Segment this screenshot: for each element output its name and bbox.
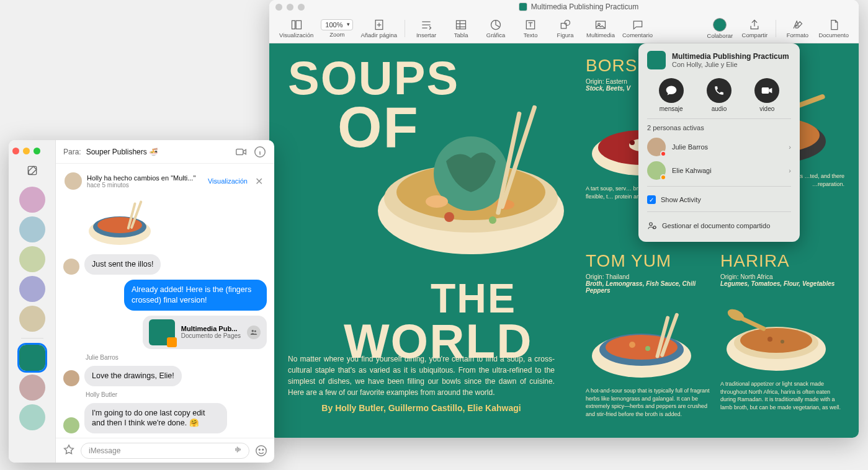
tomyum-illustration [586,300,697,381]
zoom-control[interactable]: 100% Zoom [317,17,357,40]
share-icon [748,19,761,31]
document-title: Multimedia Publishing Practicum [305,2,852,11]
collaboration-popover: Multimedia Publishing Practicum Con Holl… [638,43,800,242]
comment-button[interactable]: Comentario [619,17,656,40]
info-icon[interactable] [253,145,267,159]
status-dot-icon [660,174,666,180]
facetime-icon[interactable] [235,145,248,159]
person-julie[interactable]: Julie Barros › [647,135,791,159]
addpage-button[interactable]: Añadir página [357,17,401,40]
banner-avatar [65,172,82,190]
pages-window: Multimedia Publishing Practicum Visualiz… [269,0,859,438]
messages-window: Para: Souper Publishers 🍜 Holly ha hecho… [9,140,274,463]
svg-rect-46 [236,149,243,154]
collab-audio-button[interactable]: audio [707,78,732,112]
svg-point-31 [629,342,635,348]
plus-page-icon [373,19,385,31]
activity-banner: Holly ha hecho cambios en "Multi..." hac… [63,170,267,197]
insert-icon [420,19,432,31]
avatar-sender [63,259,79,275]
format-button[interactable]: Formato [780,17,815,40]
messages-footer: iMessage [56,438,274,463]
chart-button[interactable]: Gráfica [478,17,513,40]
comment-icon [632,19,644,31]
collab-title: Multimedia Publishing Practicum [672,52,789,61]
compose-icon[interactable] [26,164,38,177]
svg-point-53 [252,330,254,332]
checkbox-checked-icon[interactable]: ✓ [647,195,656,204]
sender-label: Holly Butler [86,391,267,398]
svg-point-16 [444,212,454,222]
svg-point-37 [740,328,812,353]
phone-icon [707,78,732,103]
messages-header: Para: Souper Publishers 🍜 [56,140,274,164]
chevron-right-icon: › [789,167,791,174]
document-button[interactable]: Documento [815,17,852,40]
manage-document-row[interactable]: Gestionar el documento compartido [647,217,791,234]
svg-point-38 [767,337,772,342]
text-icon [524,19,537,31]
traffic-lights[interactable] [9,145,40,161]
avatar-holly [63,417,79,433]
sidebar-conversation-1[interactable] [19,187,45,213]
svg-point-54 [254,330,256,332]
view-icon [290,19,303,31]
message-bubble: Just sent the illos! [84,254,161,275]
sidebar-conversation-6[interactable] [19,375,45,401]
people-gear-icon [647,221,657,231]
svg-point-14 [426,195,448,208]
collab-doc-thumb [647,51,666,69]
banner-view-link[interactable]: Visualización [208,177,248,185]
insert-button[interactable]: Insertar [409,17,444,40]
svg-point-7 [565,20,570,25]
zoom-value[interactable]: 100% [321,19,353,30]
close-icon[interactable]: ✕ [253,175,266,187]
audio-wave-icon[interactable] [233,444,244,457]
text-button[interactable]: Texto [513,17,548,40]
svg-point-57 [262,449,264,450]
share-button[interactable]: Compartir [737,17,772,40]
hero-bowl-illustration [369,99,573,267]
to-label: Para: [63,148,81,156]
shape-button[interactable]: Figura [548,17,583,40]
pages-titlebar: Multimedia Publishing Practicum [269,0,859,14]
svg-point-23 [630,140,635,145]
media-icon [594,19,607,31]
svg-point-32 [645,346,650,351]
sidebar-conversation-2[interactable] [19,216,45,242]
view-button[interactable]: Visualización [275,17,317,40]
show-activity-row[interactable]: ✓ Show Activity [647,192,791,208]
collab-avatar-icon [713,18,727,32]
emoji-icon[interactable] [254,444,268,458]
sidebar-conversation-5[interactable] [19,306,45,332]
svg-rect-0 [292,20,295,29]
soup-harira: HARIRA Origin: North Africa Legumes, Tom… [720,251,844,411]
sidebar-conversation-selected[interactable] [19,345,45,371]
svg-rect-42 [762,87,769,94]
doc-thumb-icon [519,2,527,11]
collab-video-button[interactable]: video [754,78,779,112]
video-icon [754,78,779,103]
svg-point-56 [259,449,260,450]
apps-icon[interactable] [62,444,76,458]
sender-label: Julie Barros [86,354,267,361]
soup-tomyum: TOM YUM Origin: Thailand Broth, Lemongra… [586,251,710,418]
byline: By Holly Butler, Guillermo Castillo, Eli… [288,403,555,413]
person-elie[interactable]: Elie Kahwagi › [647,159,791,182]
sidebar-conversation-3[interactable] [19,246,45,272]
collab-message-button[interactable]: mensaje [659,78,684,112]
messages-body[interactable]: Holly ha hecho cambios en "Multi..." hac… [56,164,274,438]
messages-main: Para: Souper Publishers 🍜 Holly ha hecho… [56,140,274,463]
table-button[interactable]: Tabla [444,17,478,40]
collab-button[interactable]: Colaborar [702,16,737,41]
document-attachment[interactable]: Multimedia Pub... Documento de Pages [143,316,267,349]
message-input[interactable]: iMessage [81,443,249,459]
traffic-lights[interactable] [275,4,305,11]
sidebar-conversation-7[interactable] [19,404,45,430]
image-attachment[interactable] [86,197,267,249]
message-bubble: Love the drawings, Elie! [84,366,182,386]
svg-point-44 [653,226,656,229]
shape-icon [559,19,571,31]
sidebar-conversation-4[interactable] [19,276,45,302]
media-button[interactable]: Multimedia [583,17,619,40]
